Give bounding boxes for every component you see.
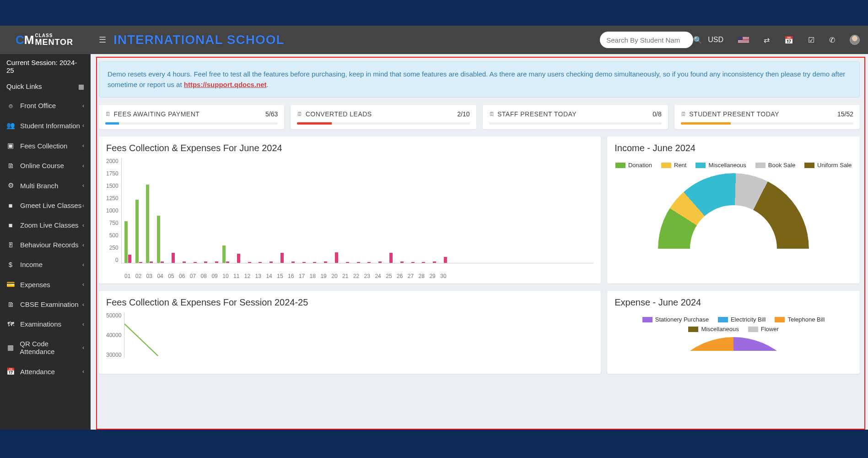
expense-legend: Stationery PurchaseElectricity BillTelep… (615, 316, 852, 333)
stat-icon: 🗓 (489, 111, 495, 117)
nav-label: Zoom Live Classes (20, 221, 79, 229)
nav-icon: 📅 (6, 367, 15, 376)
legend-item[interactable]: Telephone Bill (775, 316, 825, 323)
chevron-left-icon: ‹ (82, 182, 84, 189)
profile-avatar[interactable] (850, 35, 860, 45)
nav-icon: 🎚 (6, 241, 15, 249)
stat-cards-row: 🗓FEES AWAITING PAYMENT5/63🗓CONVERTED LEA… (99, 105, 860, 129)
fees-month-chart: 200017501500125010007505002500 010203040… (106, 158, 593, 277)
sidebar: Current Session: 2024-25 Quick Links ▦ ⌾… (0, 54, 91, 430)
panel-title: Income - June 2024 (615, 143, 852, 153)
brand-bottom: MENTOR (35, 38, 73, 46)
nav-icon: 💳 (6, 280, 15, 289)
nav-label: Multi Branch (20, 182, 58, 190)
sidebar-item-student-information[interactable]: 👥Student Information‹ (0, 115, 91, 136)
search-input[interactable] (606, 36, 693, 44)
sidebar-item-multi-branch[interactable]: ⚙Multi Branch‹ (0, 175, 91, 196)
nav-label: Expenses (20, 281, 50, 289)
grid-icon[interactable]: ▦ (78, 83, 84, 90)
legend-item[interactable]: Book Sale (755, 162, 795, 169)
legend-item[interactable]: Electricity Bill (718, 316, 766, 323)
stat-value: 5/63 (265, 110, 278, 118)
sidebar-item-qr-code-attendance[interactable]: ▦QR Code Attendance‹ (0, 334, 91, 361)
menu-toggle-icon[interactable]: ☰ (99, 35, 106, 45)
stat-value: 15/52 (837, 110, 853, 118)
check-icon[interactable]: ☑ (808, 36, 814, 44)
sidebar-item-income[interactable]: $Income‹ (0, 255, 91, 274)
nav-label: Online Course (20, 162, 64, 169)
school-name: INTERNATIONAL SCHOOL (113, 33, 285, 47)
sidebar-item-zoom-live-classes[interactable]: ■Zoom Live Classes‹ (0, 215, 91, 235)
stat-icon: 🗓 (297, 111, 303, 117)
nav-icon: 🗎 (6, 162, 15, 169)
sidebar-item-behaviour-records[interactable]: 🎚Behaviour Records‹ (0, 235, 91, 255)
income-legend: DonationRentMiscellaneousBook SaleUnifor… (615, 162, 852, 169)
chevron-left-icon: ‹ (82, 103, 84, 109)
calendar-icon[interactable]: 📅 (784, 36, 793, 44)
sidebar-item-attendance[interactable]: 📅Attendance‹ (0, 361, 91, 382)
legend-item[interactable]: Rent (661, 162, 686, 169)
legend-item[interactable]: Donation (615, 162, 652, 169)
stat-icon: 🗓 (105, 111, 111, 117)
expense-panel: Expense - June 2024 Stationery PurchaseE… (607, 291, 860, 374)
stat-icon: 🗓 (681, 111, 687, 117)
brand-logo[interactable]: CM CLASS MENTOR (0, 33, 91, 47)
nav-label: CBSE Examination (20, 300, 79, 308)
stat-value: 0/8 (652, 110, 661, 118)
income-panel: Income - June 2024 DonationRentMiscellan… (607, 136, 860, 284)
sidebar-item-gmeet-live-classes[interactable]: ■Gmeet Live Classes‹ (0, 196, 91, 215)
nav-label: Fees Collection (20, 142, 67, 150)
chevron-left-icon: ‹ (82, 321, 84, 327)
fees-session-chart: 500004000030000 (106, 312, 593, 367)
stat-card[interactable]: 🗓STAFF PRESENT TODAY0/8 (483, 105, 668, 129)
nav-label: Examinations (20, 320, 61, 328)
search-icon[interactable]: 🔍 (693, 36, 702, 44)
currency-selector[interactable]: USD (708, 36, 723, 44)
student-search[interactable]: 🔍 (600, 32, 693, 48)
stat-card[interactable]: 🗓CONVERTED LEADS2/10 (291, 105, 476, 129)
legend-item[interactable]: Flower (748, 326, 779, 333)
sidebar-item-examinations[interactable]: 🗺Examinations‹ (0, 314, 91, 334)
stat-title: STUDENT PRESENT TODAY (689, 110, 779, 118)
chevron-left-icon: ‹ (82, 262, 84, 268)
chevron-left-icon: ‹ (82, 242, 84, 248)
session-label[interactable]: Current Session: 2024-25 (0, 54, 91, 79)
nav-icon: ■ (6, 221, 15, 229)
nav-icon: ▣ (6, 142, 15, 150)
stat-card[interactable]: 🗓STUDENT PRESENT TODAY15/52 (674, 105, 860, 129)
notice-link[interactable]: https://support.qdocs.net (184, 81, 267, 88)
legend-item[interactable]: Miscellaneous (695, 162, 746, 169)
legend-item[interactable]: Stationery Purchase (642, 316, 709, 323)
sidebar-item-expenses[interactable]: 💳Expenses‹ (0, 274, 91, 294)
sidebar-item-front-office[interactable]: ⌾Front Office‹ (0, 96, 91, 115)
notice-after: . (267, 81, 269, 88)
swap-icon[interactable]: ⇄ (764, 36, 770, 44)
chevron-left-icon: ‹ (82, 301, 84, 308)
nav-label: Behaviour Records (20, 241, 79, 249)
topbar: CM CLASS MENTOR ☰ INTERNATIONAL SCHOOL 🔍… (0, 26, 868, 54)
stat-title: FEES AWAITING PAYMENT (114, 110, 200, 118)
chevron-left-icon: ‹ (82, 344, 84, 351)
legend-item[interactable]: Uniform Sale (804, 162, 852, 169)
language-flag[interactable] (738, 37, 749, 43)
chevron-left-icon: ‹ (82, 368, 84, 375)
demo-notice: Demo resets every 4 hours. Feel free to … (99, 61, 860, 98)
stat-title: STAFF PRESENT TODAY (497, 110, 577, 118)
legend-item[interactable]: Miscellaneous (688, 326, 739, 333)
dashboard-content: Demo resets every 4 hours. Feel free to … (91, 54, 868, 430)
sidebar-item-fees-collection[interactable]: ▣Fees Collection‹ (0, 136, 91, 156)
expense-donut-partial (658, 337, 809, 351)
quick-links[interactable]: Quick Links ▦ (0, 79, 91, 96)
fees-month-panel: Fees Collection & Expenses For June 2024… (99, 136, 601, 284)
sidebar-item-online-course[interactable]: 🗎Online Course‹ (0, 156, 91, 175)
nav-icon: ▦ (6, 344, 14, 352)
nav-icon: ⚙ (6, 181, 15, 190)
sidebar-item-cbse-examination[interactable]: 🗎CBSE Examination‹ (0, 294, 91, 314)
chevron-left-icon: ‹ (82, 202, 84, 209)
nav-label: Front Office (20, 102, 56, 109)
whatsapp-icon[interactable]: ✆ (829, 36, 835, 44)
nav-icon: ■ (6, 202, 15, 209)
stat-card[interactable]: 🗓FEES AWAITING PAYMENT5/63 (99, 105, 284, 129)
stat-value: 2/10 (457, 110, 469, 118)
chevron-left-icon: ‹ (82, 142, 84, 149)
